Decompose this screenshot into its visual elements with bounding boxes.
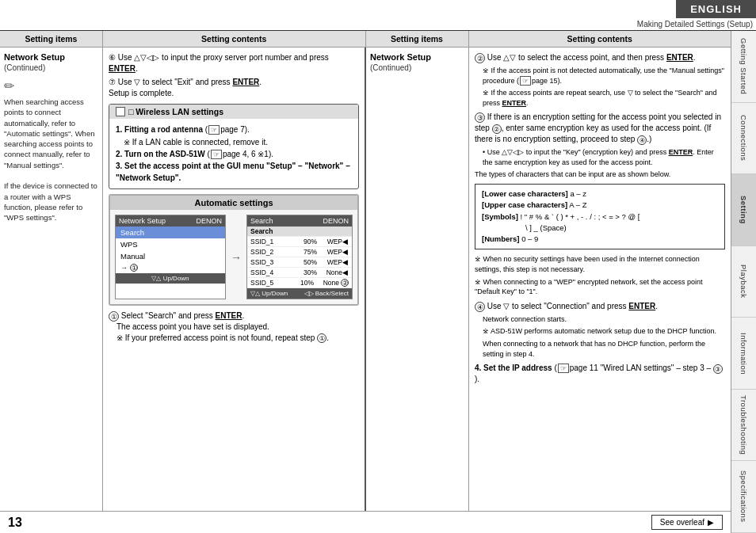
right-step-2: ② Use △▽ to select the access point, and… <box>475 52 725 63</box>
wireless-item-4: 3. Set the access point at the GUI menu … <box>116 160 352 184</box>
auto-settings-header: Automatic settings <box>110 196 357 210</box>
automatic-settings-box: Automatic settings Network Setup DENON S… <box>109 194 359 306</box>
step-7: ⑦ Use ▽ to select "Exit" and press ENTER… <box>109 77 359 99</box>
step-6: ⑥ Use △▽◁▷ to input the proxy server por… <box>109 52 359 74</box>
search-title-right: DENON <box>323 217 349 225</box>
left-setting-contents: ⑥ Use △▽◁▷ to input the proxy server por… <box>103 48 365 511</box>
sidebar-tab-information[interactable]: Information <box>731 318 756 390</box>
right-setting-contents: ② Use △▽ to select the access point, and… <box>469 48 731 511</box>
step-3-note-1: • Use △▽◁▷ to input the "Key" (encryptio… <box>483 147 725 167</box>
step-6-num: ⑥ Use △▽◁▷ to input the proxy server por… <box>109 53 329 73</box>
search-footer-right: ◁▷ Back/Select <box>304 290 349 297</box>
char-row-lower: [Lower case characters] a – z <box>482 188 718 200</box>
search-row-2: SSID_275%WEP◀ <box>247 247 352 257</box>
right-col1-header: Setting items <box>366 31 469 47</box>
search-results-screen: Search DENON Search SSID_190%WEP◀ <box>246 215 353 299</box>
table-header-row: Setting items Setting contents Setting i… <box>0 31 731 48</box>
step-1-line: ① Select "Search" and press ENTER. <box>109 310 359 322</box>
sidebar-tab-specifications[interactable]: Specifications <box>731 461 756 533</box>
right-step-4-main: 4. Set the IP address (☞page 11 "Wired L… <box>475 363 725 385</box>
sidebar-tab-playback[interactable]: Playback <box>731 246 756 318</box>
left-col1-header: Setting items <box>0 31 103 47</box>
see-overleaf: See overleaf ▶ <box>651 515 723 530</box>
step-7-num: ⑦ Use ▽ to select "Exit" and press ENTER… <box>109 78 262 97</box>
left-panel: Network Setup (Continued) ✏ When searchi… <box>0 48 366 511</box>
checkbox-icon <box>116 107 125 116</box>
step-4-sub: Network connection starts. <box>483 314 725 325</box>
search-row-1: SSID_190%WEP◀ <box>247 237 352 247</box>
char-row-symbols: [Symbols] ! " # % & ` ( ) * + , - . / : … <box>482 211 718 234</box>
step-1-sub: The access point you have set is display… <box>116 322 359 333</box>
sub-header-text: Making Detailed Settings (Setup) <box>637 20 753 29</box>
top-header: ENGLISH <box>0 0 756 18</box>
char-table: [Lower case characters] a – z [Upper cas… <box>475 184 725 249</box>
right-step-3: ③ If there is an encryption setting for … <box>475 112 725 145</box>
note-pencil-icon: ✏ <box>4 78 98 93</box>
gui-arrow-indicator: →① <box>116 262 225 273</box>
note-wep: ※ When connecting to a "WEP" encrypted n… <box>475 277 725 297</box>
sidebar-tab-connections[interactable]: Connections <box>731 103 756 175</box>
right-setting-items: Network Setup (Continued) <box>366 48 469 511</box>
search-row-3: SSID_350%WEP◀ <box>247 257 352 268</box>
step-4-note-1: ※ ASD-51W performs automatic network set… <box>483 326 725 337</box>
screens-arrow: → <box>231 215 242 299</box>
wireless-box-content: 1. Fitting a rod antenna (☞page 7). ※ If… <box>109 119 358 188</box>
search-footer-left: ▽△ Up/Down <box>250 290 288 297</box>
search-header-row: Search <box>247 227 352 237</box>
sidebar-tab-troubleshooting[interactable]: Troubleshooting <box>731 390 756 462</box>
sidebar-tab-setting[interactable]: Setting <box>731 174 756 246</box>
note-no-security: ※ When no security settings have been us… <box>475 254 725 274</box>
right-panel: Network Setup (Continued) ② Use △▽ to se… <box>366 48 731 511</box>
auto-settings-content: Network Setup DENON Search WPS Manual →① <box>110 210 357 304</box>
wireless-box-header: □ Wireless LAN settings <box>109 105 358 119</box>
left-col2-header: Setting contents <box>103 31 365 47</box>
step-3-note-2: The types of characters that can be inpu… <box>475 169 725 180</box>
search-footer: ▽△ Up/Down ◁▷ Back/Select <box>247 288 352 299</box>
search-row-5: SSID_510%None ② <box>247 278 352 288</box>
wireless-item-1: 1. Fitting a rod antenna (☞page 7). <box>116 124 352 136</box>
gui-menu-wps: WPS <box>116 238 225 250</box>
wireless-lan-box: □ Wireless LAN settings 1. Fitting a rod… <box>109 104 359 189</box>
english-tab: ENGLISH <box>676 0 756 18</box>
wireless-item-3: 2. Turn on the ASD-51W (☞page 4, 6 ※1). <box>116 148 352 161</box>
gui-footer: ▽△ Up/Down <box>116 273 225 284</box>
gui-title-left: Network Setup <box>119 217 166 225</box>
right-step-4: ④ Use ▽ to select "Connection" and press… <box>475 301 725 312</box>
right-col2-header: Setting contents <box>469 31 731 47</box>
network-setup-screen: Network Setup DENON Search WPS Manual →① <box>115 215 226 299</box>
step-2-note-1: ※ If the access point is not detected au… <box>483 66 725 86</box>
search-title-left: Search <box>250 217 273 225</box>
left-continued: (Continued) <box>4 63 98 72</box>
left-network-setup-title: Network Setup <box>4 52 98 62</box>
search-row-4: SSID_430%None◀ <box>247 268 352 278</box>
page-number: 13 <box>8 516 22 530</box>
step-1-below: ① Select "Search" and press ENTER. The a… <box>109 310 359 344</box>
step-1-note: ※ If your preferred access point is not … <box>116 333 359 344</box>
right-sidebar: Getting Started Connections Setting Play… <box>731 31 756 533</box>
right-network-setup-title: Network Setup <box>370 52 464 62</box>
char-row-numbers: [Numbers] 0 – 9 <box>482 234 718 245</box>
gui-screen-title: Network Setup DENON <box>116 215 225 227</box>
left-setting-items: Network Setup (Continued) ✏ When searchi… <box>0 48 103 511</box>
char-row-upper: [Upper case characters] A – Z <box>482 200 718 211</box>
wireless-box-title: □ Wireless LAN settings <box>128 107 223 116</box>
wireless-item-2: ※ If a LAN cable is connected, remove it… <box>124 136 352 148</box>
sidebar-tab-getting-started[interactable]: Getting Started <box>731 31 756 103</box>
right-continued: (Continued) <box>370 63 464 72</box>
sub-header: Making Detailed Settings (Setup) <box>0 18 756 31</box>
footer-row: 13 See overleaf ▶ <box>0 511 731 533</box>
see-overleaf-text: See overleaf <box>660 518 704 527</box>
arrow-right-icon: ▶ <box>708 518 714 527</box>
step-2-note-2: ※ If the access points are repeat search… <box>483 88 725 108</box>
search-screen-title: Search DENON <box>247 215 352 227</box>
step-4-note-2: When connecting to a network that has no… <box>483 339 725 359</box>
gui-title-right: DENON <box>196 217 222 225</box>
search-col-ssid: Search <box>250 227 349 235</box>
gui-menu-manual: Manual <box>116 250 225 262</box>
left-note-text: When searching access points to connect … <box>4 97 98 223</box>
gui-menu-search: Search <box>116 227 225 238</box>
